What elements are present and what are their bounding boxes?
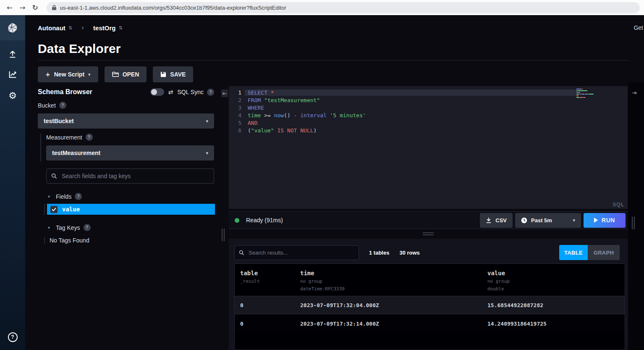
table-row: 02023-07-09T17:32:14.000Z14.240993186419… bbox=[235, 314, 625, 333]
schema-browser-panel: Schema Browser ⇄ SQL Sync ? Bucket ? tes… bbox=[38, 88, 214, 246]
time-range-label: Past 5m bbox=[531, 217, 552, 224]
run-button[interactable]: RUN bbox=[584, 213, 626, 228]
results-table-header: table_resulttimeno groupdateTime:RFC3339… bbox=[235, 264, 625, 296]
field-item-label: value bbox=[62, 206, 80, 213]
collapse-left-icon[interactable]: ⇤ bbox=[221, 89, 228, 97]
tag-keys-section-row: ▾ Tag Keys ? bbox=[48, 224, 214, 231]
tag-keys-collapse-icon[interactable]: ▾ bbox=[48, 225, 50, 230]
data-explorer-nav[interactable] bbox=[0, 65, 25, 84]
account-switcher[interactable]: Autonaut bbox=[38, 24, 65, 32]
editor-code-lines: 1SELECT *2FROM "testMeasurement"3WHERE4t… bbox=[229, 89, 576, 134]
table-view-button[interactable]: TABLE bbox=[559, 245, 588, 260]
measurement-help-icon[interactable]: ? bbox=[86, 134, 93, 141]
help-icon: ? bbox=[8, 332, 18, 342]
field-item-value[interactable]: value bbox=[47, 204, 215, 215]
sql-editor[interactable]: ⇤ 1SELECT *2FROM "testMeasurement"3WHERE… bbox=[229, 86, 628, 209]
view-toggle: TABLE GRAPH bbox=[559, 245, 620, 260]
panel-splitter-vertical[interactable] bbox=[222, 229, 225, 241]
measurement-dropdown[interactable]: testMeasurement ▾ bbox=[46, 145, 214, 161]
graph-view-button[interactable]: GRAPH bbox=[588, 245, 620, 260]
account-sort-icon[interactable]: ⇅ bbox=[68, 25, 72, 31]
csv-label: CSV bbox=[495, 217, 507, 224]
right-strip-handle[interactable] bbox=[632, 217, 635, 229]
right-panel-strip: ⇥ bbox=[628, 82, 644, 350]
app-root: ← → ↻ us-east-1-1.aws.cloud2.influxdata.… bbox=[0, 0, 644, 350]
measurement-label: Measurement bbox=[46, 134, 82, 141]
lock-icon bbox=[52, 5, 57, 11]
org-navbar: Autonaut ⇅ › testOrg ⇅ Get bbox=[25, 15, 644, 40]
sql-sync-help-icon[interactable]: ? bbox=[207, 89, 214, 96]
save-label: SAVE bbox=[170, 71, 186, 78]
browser-back-icon[interactable]: ← bbox=[7, 4, 13, 11]
org-switcher[interactable]: testOrg bbox=[93, 24, 115, 32]
panel-splitter-horizontal[interactable] bbox=[229, 229, 628, 239]
fields-label: Fields bbox=[56, 193, 71, 200]
settings-nav[interactable]: ⚙ bbox=[0, 86, 25, 105]
upload-icon bbox=[8, 50, 17, 59]
column-header: timeno groupdateTime:RFC3339 bbox=[295, 264, 482, 296]
tag-keys-label: Tag Keys bbox=[56, 224, 80, 231]
fields-help-icon[interactable]: ? bbox=[75, 193, 82, 200]
get-started-link[interactable]: Get bbox=[634, 24, 643, 31]
new-script-button[interactable]: + New Script ▾ bbox=[38, 66, 98, 82]
editor-language-label: SQL bbox=[613, 202, 624, 208]
table-cell: 2023-07-09T17:32:04.000Z bbox=[295, 302, 482, 308]
measurement-group: Measurement ? testMeasurement ▾ bbox=[40, 134, 214, 161]
field-checkbox[interactable] bbox=[50, 206, 58, 213]
bucket-dropdown[interactable]: testBucket ▾ bbox=[38, 113, 214, 129]
chevron-down-icon: ▾ bbox=[206, 150, 208, 156]
chevron-down-icon: ▾ bbox=[88, 72, 91, 77]
fields-section-row: ▾ Fields ? bbox=[48, 193, 214, 200]
search-icon bbox=[239, 250, 244, 255]
sql-sync-toggle[interactable] bbox=[150, 88, 164, 96]
bucket-help-icon[interactable]: ? bbox=[59, 102, 66, 109]
browser-forward-icon[interactable]: → bbox=[19, 4, 25, 11]
editor-minimap[interactable] bbox=[576, 89, 595, 99]
no-tags-text: No Tags Found bbox=[50, 237, 214, 244]
load-data-nav[interactable] bbox=[0, 45, 25, 64]
results-search bbox=[234, 245, 359, 260]
chevron-down-icon: ▾ bbox=[573, 218, 575, 223]
folder-icon bbox=[112, 71, 119, 77]
run-label: RUN bbox=[602, 217, 615, 224]
sql-sync-icon: ⇄ bbox=[168, 89, 173, 95]
measurement-value: testMeasurement bbox=[52, 150, 100, 156]
download-icon bbox=[486, 217, 492, 224]
line-chart-icon bbox=[8, 70, 17, 79]
results-search-input[interactable] bbox=[248, 249, 354, 256]
address-bar[interactable]: us-east-1-1.aws.cloud2.influxdata.com/or… bbox=[47, 2, 640, 13]
influxdb-logo[interactable] bbox=[0, 15, 25, 40]
results-panel: 1 tables 30 rows TABLE GRAPH table_resul… bbox=[229, 239, 628, 350]
expand-right-icon[interactable]: ⇥ bbox=[631, 89, 637, 97]
tag-keys-help-icon[interactable]: ? bbox=[84, 224, 91, 231]
toggle-knob bbox=[151, 89, 157, 95]
chevron-down-icon: ▾ bbox=[206, 118, 208, 124]
results-table-body: 02023-07-09T17:32:04.000Z15.685449220872… bbox=[235, 296, 625, 333]
org-sort-icon[interactable]: ⇅ bbox=[118, 25, 122, 31]
breadcrumb-separator-icon: › bbox=[81, 24, 84, 32]
table-row: 02023-07-09T17:32:04.000Z15.685449220872… bbox=[235, 296, 625, 314]
save-icon bbox=[160, 71, 166, 77]
schema-search-input[interactable] bbox=[61, 172, 209, 180]
browser-reload-icon[interactable]: ↻ bbox=[32, 4, 38, 11]
help-nav[interactable]: ? bbox=[0, 327, 25, 347]
bucket-label-row: Bucket ? bbox=[38, 102, 214, 109]
browser-toolbar: ← → ↻ us-east-1-1.aws.cloud2.influxdata.… bbox=[0, 0, 644, 16]
table-cell: 2023-07-09T17:32:14.000Z bbox=[295, 321, 482, 327]
gear-icon: ⚙ bbox=[8, 90, 17, 101]
time-range-dropdown[interactable]: Past 5m ▾ bbox=[515, 213, 581, 228]
open-button[interactable]: OPEN bbox=[105, 66, 147, 82]
influxdb-cubo-icon bbox=[7, 22, 18, 33]
column-header: valueno groupdouble bbox=[482, 264, 625, 296]
rows-count: 30 rows bbox=[399, 250, 419, 256]
fields-collapse-icon[interactable]: ▾ bbox=[48, 194, 50, 199]
check-icon bbox=[52, 208, 56, 211]
save-button[interactable]: SAVE bbox=[153, 66, 193, 82]
csv-download-button[interactable]: CSV bbox=[480, 213, 513, 228]
fields-tree: value bbox=[44, 204, 214, 215]
status-dot bbox=[235, 218, 239, 223]
clock-icon bbox=[521, 217, 527, 224]
app-sidebar: ⚙ ? bbox=[0, 15, 25, 350]
measurement-label-row: Measurement ? bbox=[46, 134, 214, 141]
query-status-bar: Ready (91ms) CSV Past 5m ▾ RUN bbox=[229, 211, 628, 229]
